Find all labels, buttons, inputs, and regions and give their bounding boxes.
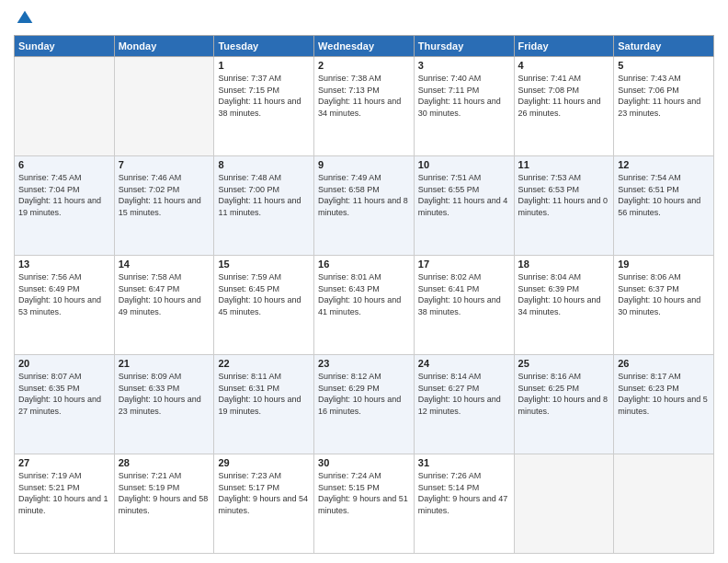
day-number: 4	[518, 60, 610, 71]
calendar: SundayMondayTuesdayWednesdayThursdayFrid…	[14, 35, 714, 554]
day-number: 6	[18, 159, 110, 170]
day-number: 29	[218, 457, 310, 468]
day-info: Sunrise: 7:19 AM Sunset: 5:21 PM Dayligh…	[18, 470, 110, 516]
day-info: Sunrise: 7:51 AM Sunset: 6:55 PM Dayligh…	[418, 172, 510, 218]
day-number: 12	[618, 159, 710, 170]
calendar-cell: 13Sunrise: 7:56 AM Sunset: 6:49 PM Dayli…	[15, 256, 115, 355]
day-info: Sunrise: 7:54 AM Sunset: 6:51 PM Dayligh…	[618, 172, 710, 218]
calendar-cell: 2Sunrise: 7:38 AM Sunset: 7:13 PM Daylig…	[314, 57, 415, 156]
day-info: Sunrise: 7:46 AM Sunset: 7:02 PM Dayligh…	[119, 172, 210, 218]
calendar-cell: 21Sunrise: 8:09 AM Sunset: 6:33 PM Dayli…	[114, 355, 214, 454]
calendar-cell: 28Sunrise: 7:21 AM Sunset: 5:19 PM Dayli…	[114, 454, 214, 554]
calendar-cell: 30Sunrise: 7:24 AM Sunset: 5:15 PM Dayli…	[314, 454, 415, 554]
calendar-cell: 10Sunrise: 7:51 AM Sunset: 6:55 PM Dayli…	[414, 156, 514, 256]
day-header-wednesday: Wednesday	[314, 36, 415, 57]
day-info: Sunrise: 8:04 AM Sunset: 6:39 PM Dayligh…	[518, 271, 610, 317]
calendar-cell	[15, 57, 115, 156]
calendar-cell: 11Sunrise: 7:53 AM Sunset: 6:53 PM Dayli…	[514, 156, 614, 256]
day-number: 22	[218, 358, 310, 369]
day-number: 17	[418, 259, 510, 270]
day-number: 21	[119, 358, 210, 369]
day-number: 11	[518, 159, 610, 170]
calendar-cell: 19Sunrise: 8:06 AM Sunset: 6:37 PM Dayli…	[614, 256, 714, 355]
day-number: 8	[218, 159, 310, 170]
day-number: 14	[119, 259, 210, 270]
day-number: 25	[518, 358, 610, 369]
day-header-tuesday: Tuesday	[214, 36, 314, 57]
calendar-cell: 12Sunrise: 7:54 AM Sunset: 6:51 PM Dayli…	[614, 156, 714, 256]
calendar-cell: 29Sunrise: 7:23 AM Sunset: 5:17 PM Dayli…	[214, 454, 314, 554]
day-info: Sunrise: 8:09 AM Sunset: 6:33 PM Dayligh…	[119, 371, 210, 417]
calendar-cell: 1Sunrise: 7:37 AM Sunset: 7:15 PM Daylig…	[214, 57, 314, 156]
day-info: Sunrise: 8:06 AM Sunset: 6:37 PM Dayligh…	[618, 271, 710, 317]
day-info: Sunrise: 8:11 AM Sunset: 6:31 PM Dayligh…	[218, 371, 310, 417]
day-info: Sunrise: 7:24 AM Sunset: 5:15 PM Dayligh…	[318, 470, 410, 516]
day-number: 23	[318, 358, 410, 369]
calendar-cell: 23Sunrise: 8:12 AM Sunset: 6:29 PM Dayli…	[314, 355, 415, 454]
day-info: Sunrise: 7:59 AM Sunset: 6:45 PM Dayligh…	[218, 271, 310, 317]
calendar-cell: 25Sunrise: 8:16 AM Sunset: 6:25 PM Dayli…	[514, 355, 614, 454]
header	[14, 9, 714, 28]
day-number: 24	[418, 358, 510, 369]
day-info: Sunrise: 7:37 AM Sunset: 7:15 PM Dayligh…	[218, 73, 310, 119]
day-info: Sunrise: 7:49 AM Sunset: 6:58 PM Dayligh…	[318, 172, 410, 218]
day-number: 7	[119, 159, 210, 170]
calendar-cell: 7Sunrise: 7:46 AM Sunset: 7:02 PM Daylig…	[114, 156, 214, 256]
day-info: Sunrise: 8:02 AM Sunset: 6:41 PM Dayligh…	[418, 271, 510, 317]
day-info: Sunrise: 7:26 AM Sunset: 5:14 PM Dayligh…	[418, 470, 510, 516]
day-info: Sunrise: 7:58 AM Sunset: 6:47 PM Dayligh…	[119, 271, 210, 317]
day-header-saturday: Saturday	[614, 36, 714, 57]
day-info: Sunrise: 7:45 AM Sunset: 7:04 PM Dayligh…	[18, 172, 110, 218]
day-info: Sunrise: 8:12 AM Sunset: 6:29 PM Dayligh…	[318, 371, 410, 417]
day-info: Sunrise: 8:17 AM Sunset: 6:23 PM Dayligh…	[618, 371, 710, 417]
logo	[14, 9, 34, 28]
svg-marker-0	[17, 11, 33, 23]
day-number: 3	[418, 60, 510, 71]
day-number: 13	[18, 259, 110, 270]
day-info: Sunrise: 8:16 AM Sunset: 6:25 PM Dayligh…	[518, 371, 610, 417]
day-info: Sunrise: 8:01 AM Sunset: 6:43 PM Dayligh…	[318, 271, 410, 317]
day-number: 19	[618, 259, 710, 270]
logo-icon	[16, 9, 34, 28]
day-info: Sunrise: 7:38 AM Sunset: 7:13 PM Dayligh…	[318, 73, 410, 119]
calendar-cell: 4Sunrise: 7:41 AM Sunset: 7:08 PM Daylig…	[514, 57, 614, 156]
day-number: 27	[18, 457, 110, 468]
calendar-cell: 20Sunrise: 8:07 AM Sunset: 6:35 PM Dayli…	[15, 355, 115, 454]
calendar-cell: 5Sunrise: 7:43 AM Sunset: 7:06 PM Daylig…	[614, 57, 714, 156]
calendar-week-row: 27Sunrise: 7:19 AM Sunset: 5:21 PM Dayli…	[15, 454, 714, 554]
day-number: 2	[318, 60, 410, 71]
day-number: 10	[418, 159, 510, 170]
day-number: 28	[119, 457, 210, 468]
calendar-cell: 6Sunrise: 7:45 AM Sunset: 7:04 PM Daylig…	[15, 156, 115, 256]
calendar-cell: 16Sunrise: 8:01 AM Sunset: 6:43 PM Dayli…	[314, 256, 415, 355]
calendar-week-row: 6Sunrise: 7:45 AM Sunset: 7:04 PM Daylig…	[15, 156, 714, 256]
day-info: Sunrise: 8:14 AM Sunset: 6:27 PM Dayligh…	[418, 371, 510, 417]
day-info: Sunrise: 7:43 AM Sunset: 7:06 PM Dayligh…	[618, 73, 710, 119]
day-info: Sunrise: 7:48 AM Sunset: 7:00 PM Dayligh…	[218, 172, 310, 218]
day-header-friday: Friday	[514, 36, 614, 57]
calendar-cell: 24Sunrise: 8:14 AM Sunset: 6:27 PM Dayli…	[414, 355, 514, 454]
calendar-cell	[514, 454, 614, 554]
day-number: 20	[18, 358, 110, 369]
day-info: Sunrise: 7:41 AM Sunset: 7:08 PM Dayligh…	[518, 73, 610, 119]
day-number: 30	[318, 457, 410, 468]
day-number: 31	[418, 457, 510, 468]
calendar-cell: 14Sunrise: 7:58 AM Sunset: 6:47 PM Dayli…	[114, 256, 214, 355]
day-number: 15	[218, 259, 310, 270]
calendar-week-row: 20Sunrise: 8:07 AM Sunset: 6:35 PM Dayli…	[15, 355, 714, 454]
page: SundayMondayTuesdayWednesdayThursdayFrid…	[0, 0, 728, 563]
day-info: Sunrise: 8:07 AM Sunset: 6:35 PM Dayligh…	[18, 371, 110, 417]
day-number: 16	[318, 259, 410, 270]
day-info: Sunrise: 7:53 AM Sunset: 6:53 PM Dayligh…	[518, 172, 610, 218]
calendar-header-row: SundayMondayTuesdayWednesdayThursdayFrid…	[15, 36, 714, 57]
calendar-week-row: 13Sunrise: 7:56 AM Sunset: 6:49 PM Dayli…	[15, 256, 714, 355]
day-header-thursday: Thursday	[414, 36, 514, 57]
calendar-cell: 17Sunrise: 8:02 AM Sunset: 6:41 PM Dayli…	[414, 256, 514, 355]
day-number: 5	[618, 60, 710, 71]
calendar-cell	[114, 57, 214, 156]
day-number: 26	[618, 358, 710, 369]
calendar-cell: 3Sunrise: 7:40 AM Sunset: 7:11 PM Daylig…	[414, 57, 514, 156]
day-info: Sunrise: 7:21 AM Sunset: 5:19 PM Dayligh…	[119, 470, 210, 516]
day-number: 18	[518, 259, 610, 270]
day-header-sunday: Sunday	[15, 36, 115, 57]
